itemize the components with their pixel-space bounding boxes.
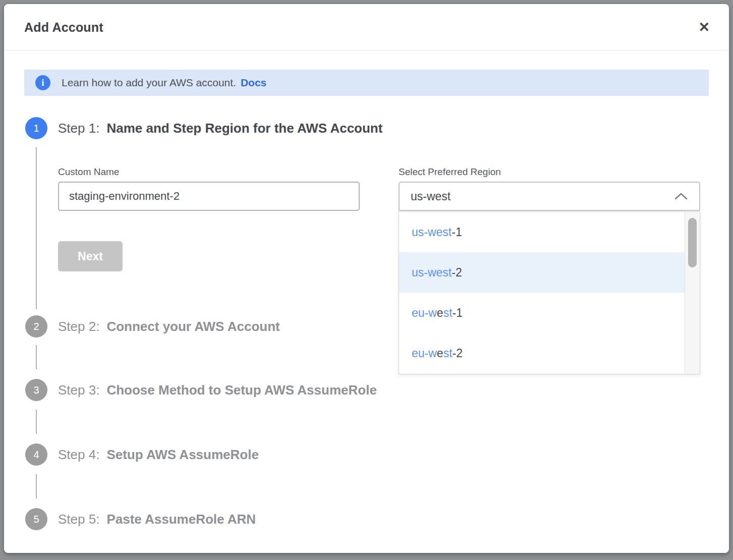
step-5-indicator: 5 — [25, 508, 47, 530]
step-1-number: 1 — [33, 123, 39, 134]
step-3-heading: Step 3:Choose Method to Setup AWS Assume… — [58, 382, 377, 398]
custom-name-input[interactable] — [58, 182, 360, 211]
step-2-indicator: 2 — [25, 315, 47, 338]
step-3-title: Choose Method to Setup AWS AssumeRole — [106, 382, 376, 398]
modal-header: Add Account ✕ — [4, 4, 729, 50]
step-connector-1-2 — [36, 147, 37, 309]
dropdown-option-eu-west-2[interactable]: eu-west-2 — [399, 333, 685, 373]
dropdown-option-us-west-1[interactable]: us-west-1 — [399, 212, 685, 252]
step-2-prefix: Step 2: — [58, 319, 99, 334]
dropdown-scrollbar-thumb[interactable] — [688, 218, 697, 267]
dropdown-option-us-west-2[interactable]: us-west-2 — [399, 252, 685, 293]
modal-title: Add Account — [24, 20, 103, 34]
step-4-title: Setup AWS AssumeRole — [106, 447, 258, 462]
step-5-prefix: Step 5: — [58, 512, 99, 527]
step-connector-2-3 — [36, 345, 37, 369]
next-button[interactable]: Next — [58, 241, 123, 271]
option-text: eu-west-2 — [412, 347, 463, 360]
step-3-indicator: 3 — [25, 379, 47, 401]
step-1-prefix: Step 1: — [58, 121, 99, 136]
step-1-indicator: 1 — [25, 117, 47, 139]
step-5-title: Paste AssumeRole ARN — [106, 512, 256, 527]
region-select-value: us-west — [411, 190, 450, 203]
step-1-title: Name and Step Region for the AWS Account — [106, 121, 382, 136]
banner-text: Learn how to add your AWS account. — [62, 77, 236, 89]
custom-name-label: Custom Name — [58, 166, 119, 178]
option-text: us-west-2 — [412, 266, 462, 279]
step-2-title: Connect your AWS Account — [106, 319, 279, 334]
step-3-prefix: Step 3: — [58, 382, 99, 398]
step-2-heading: Step 2:Connect your AWS Account — [58, 319, 280, 334]
info-banner: i Learn how to add your AWS account. Doc… — [24, 70, 709, 96]
step-1-heading: Step 1:Name and Step Region for the AWS … — [58, 121, 382, 136]
step-2-number: 2 — [33, 321, 39, 332]
dropdown-scrollbar-track[interactable] — [685, 212, 700, 374]
step-4-heading: Step 4:Setup AWS AssumeRole — [58, 447, 259, 463]
add-account-modal: Add Account ✕ i Learn how to add your AW… — [4, 4, 729, 553]
step-4-prefix: Step 4: — [58, 447, 99, 462]
region-select[interactable]: us-west — [399, 182, 700, 211]
step-connector-4-5 — [36, 474, 37, 498]
option-text: us-west-1 — [412, 226, 462, 239]
region-label: Select Preferred Region — [399, 166, 501, 178]
step-5-heading: Step 5:Paste AssumeRole ARN — [58, 512, 256, 527]
info-icon: i — [35, 75, 50, 90]
option-text: eu-west-1 — [412, 306, 463, 320]
step-3-number: 3 — [33, 384, 39, 396]
step-4-number: 4 — [33, 449, 39, 461]
step-5-number: 5 — [33, 514, 39, 525]
step-4-indicator: 4 — [25, 443, 47, 466]
chevron-up-icon — [674, 192, 688, 200]
docs-link[interactable]: Docs — [241, 77, 266, 89]
dropdown-option-eu-west-1[interactable]: eu-west-1 — [399, 293, 685, 333]
region-dropdown: us-west-1 us-west-2 eu-west-1 eu-west-2 — [399, 211, 700, 374]
close-icon[interactable]: ✕ — [698, 20, 710, 34]
step-connector-3-4 — [36, 410, 37, 434]
